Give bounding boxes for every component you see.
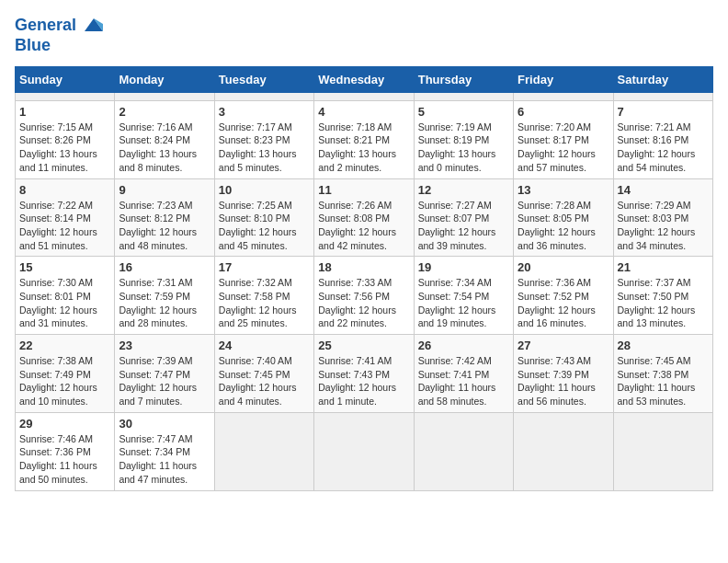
day-info: Sunrise: 7:38 AM Sunset: 7:49 PM Dayligh… xyxy=(19,354,110,408)
day-info: Sunrise: 7:46 AM Sunset: 7:36 PM Dayligh… xyxy=(19,432,110,487)
day-cell: 25Sunrise: 7:41 AM Sunset: 7:43 PM Dayli… xyxy=(314,335,414,413)
day-number: 15 xyxy=(19,260,110,274)
day-cell: 30Sunrise: 7:47 AM Sunset: 7:34 PM Dayli… xyxy=(115,412,214,490)
day-cell: 14Sunrise: 7:29 AM Sunset: 8:03 PM Dayli… xyxy=(613,178,712,257)
logo: General Blue xyxy=(15,15,105,55)
day-number: 23 xyxy=(119,339,210,352)
day-cell: 9Sunrise: 7:23 AM Sunset: 8:12 PM Daylig… xyxy=(115,178,214,257)
day-number: 12 xyxy=(418,183,509,197)
day-cell xyxy=(414,412,513,490)
day-number: 28 xyxy=(618,339,709,352)
day-cell: 11Sunrise: 7:26 AM Sunset: 8:08 PM Dayli… xyxy=(314,178,414,257)
day-info: Sunrise: 7:18 AM Sunset: 8:21 PM Dayligh… xyxy=(318,121,409,175)
day-number: 20 xyxy=(518,260,609,274)
day-cell: 10Sunrise: 7:25 AM Sunset: 8:10 PM Dayli… xyxy=(214,178,313,257)
header-cell-tuesday: Tuesday xyxy=(214,66,313,92)
calendar-table: SundayMondayTuesdayWednesdayThursdayFrid… xyxy=(15,66,713,491)
header-cell-sunday: Sunday xyxy=(16,66,115,92)
day-cell xyxy=(414,92,513,100)
header-cell-saturday: Saturday xyxy=(613,66,712,92)
day-cell: 8Sunrise: 7:22 AM Sunset: 8:14 PM Daylig… xyxy=(16,178,115,257)
day-number: 24 xyxy=(219,339,310,352)
day-cell: 2Sunrise: 7:16 AM Sunset: 8:24 PM Daylig… xyxy=(115,100,214,178)
day-cell: 21Sunrise: 7:37 AM Sunset: 7:50 PM Dayli… xyxy=(613,257,712,335)
day-info: Sunrise: 7:26 AM Sunset: 8:08 PM Dayligh… xyxy=(318,199,409,253)
day-cell: 29Sunrise: 7:46 AM Sunset: 7:36 PM Dayli… xyxy=(16,412,115,490)
day-cell xyxy=(115,92,214,100)
day-cell: 22Sunrise: 7:38 AM Sunset: 7:49 PM Dayli… xyxy=(16,335,115,413)
day-cell: 24Sunrise: 7:40 AM Sunset: 7:45 PM Dayli… xyxy=(214,335,313,413)
header-cell-friday: Friday xyxy=(514,66,613,92)
day-number: 9 xyxy=(119,183,210,197)
week-row-2: 8Sunrise: 7:22 AM Sunset: 8:14 PM Daylig… xyxy=(16,178,713,257)
day-info: Sunrise: 7:17 AM Sunset: 8:23 PM Dayligh… xyxy=(219,121,310,175)
day-number: 18 xyxy=(318,260,409,274)
logo-text2: Blue xyxy=(15,37,105,55)
day-number: 10 xyxy=(219,183,310,197)
day-number: 29 xyxy=(19,417,110,431)
day-cell xyxy=(314,412,414,490)
day-cell: 12Sunrise: 7:27 AM Sunset: 8:07 PM Dayli… xyxy=(414,178,513,257)
day-number: 2 xyxy=(119,105,210,119)
day-number: 25 xyxy=(318,339,409,352)
day-number: 13 xyxy=(518,183,609,197)
day-info: Sunrise: 7:20 AM Sunset: 8:17 PM Dayligh… xyxy=(518,121,609,175)
day-cell: 5Sunrise: 7:19 AM Sunset: 8:19 PM Daylig… xyxy=(414,100,513,178)
day-info: Sunrise: 7:37 AM Sunset: 7:50 PM Dayligh… xyxy=(618,276,709,330)
logo-icon xyxy=(83,15,105,37)
day-number: 1 xyxy=(19,105,110,119)
day-number: 19 xyxy=(418,260,509,274)
day-cell xyxy=(514,412,613,490)
day-info: Sunrise: 7:16 AM Sunset: 8:24 PM Dayligh… xyxy=(119,121,210,175)
day-cell xyxy=(613,92,712,100)
page-header: General Blue xyxy=(15,15,713,55)
day-cell: 26Sunrise: 7:42 AM Sunset: 7:41 PM Dayli… xyxy=(414,335,513,413)
day-number: 4 xyxy=(318,105,409,119)
day-number: 21 xyxy=(618,260,709,274)
day-number: 8 xyxy=(19,183,110,197)
week-row-1: 1Sunrise: 7:15 AM Sunset: 8:26 PM Daylig… xyxy=(16,100,713,178)
day-info: Sunrise: 7:32 AM Sunset: 7:58 PM Dayligh… xyxy=(219,276,310,330)
day-info: Sunrise: 7:29 AM Sunset: 8:03 PM Dayligh… xyxy=(618,199,709,253)
day-info: Sunrise: 7:22 AM Sunset: 8:14 PM Dayligh… xyxy=(19,199,110,253)
week-row-3: 15Sunrise: 7:30 AM Sunset: 8:01 PM Dayli… xyxy=(16,257,713,335)
day-info: Sunrise: 7:27 AM Sunset: 8:07 PM Dayligh… xyxy=(418,199,509,253)
day-cell: 7Sunrise: 7:21 AM Sunset: 8:16 PM Daylig… xyxy=(613,100,712,178)
day-info: Sunrise: 7:41 AM Sunset: 7:43 PM Dayligh… xyxy=(318,354,409,408)
day-info: Sunrise: 7:30 AM Sunset: 8:01 PM Dayligh… xyxy=(19,276,110,330)
day-info: Sunrise: 7:23 AM Sunset: 8:12 PM Dayligh… xyxy=(119,199,210,253)
day-info: Sunrise: 7:31 AM Sunset: 7:59 PM Dayligh… xyxy=(119,276,210,330)
day-number: 6 xyxy=(518,105,609,119)
logo-text: General xyxy=(15,15,105,37)
day-info: Sunrise: 7:28 AM Sunset: 8:05 PM Dayligh… xyxy=(518,199,609,253)
header-cell-wednesday: Wednesday xyxy=(314,66,414,92)
day-info: Sunrise: 7:40 AM Sunset: 7:45 PM Dayligh… xyxy=(219,354,310,408)
day-number: 17 xyxy=(219,260,310,274)
day-number: 26 xyxy=(418,339,509,352)
day-cell: 20Sunrise: 7:36 AM Sunset: 7:52 PM Dayli… xyxy=(514,257,613,335)
day-info: Sunrise: 7:39 AM Sunset: 7:47 PM Dayligh… xyxy=(119,354,210,408)
day-info: Sunrise: 7:25 AM Sunset: 8:10 PM Dayligh… xyxy=(219,199,310,253)
day-cell: 1Sunrise: 7:15 AM Sunset: 8:26 PM Daylig… xyxy=(16,100,115,178)
day-info: Sunrise: 7:36 AM Sunset: 7:52 PM Dayligh… xyxy=(518,276,609,330)
day-cell: 6Sunrise: 7:20 AM Sunset: 8:17 PM Daylig… xyxy=(514,100,613,178)
week-row-4: 22Sunrise: 7:38 AM Sunset: 7:49 PM Dayli… xyxy=(16,335,713,413)
header-cell-monday: Monday xyxy=(115,66,214,92)
day-number: 11 xyxy=(318,183,409,197)
day-cell: 23Sunrise: 7:39 AM Sunset: 7:47 PM Dayli… xyxy=(115,335,214,413)
day-cell: 27Sunrise: 7:43 AM Sunset: 7:39 PM Dayli… xyxy=(514,335,613,413)
day-info: Sunrise: 7:19 AM Sunset: 8:19 PM Dayligh… xyxy=(418,121,509,175)
day-info: Sunrise: 7:33 AM Sunset: 7:56 PM Dayligh… xyxy=(318,276,409,330)
week-row-5: 29Sunrise: 7:46 AM Sunset: 7:36 PM Dayli… xyxy=(16,412,713,490)
week-row-0 xyxy=(16,92,713,100)
day-info: Sunrise: 7:34 AM Sunset: 7:54 PM Dayligh… xyxy=(418,276,509,330)
day-cell xyxy=(16,92,115,100)
day-number: 3 xyxy=(219,105,310,119)
day-info: Sunrise: 7:21 AM Sunset: 8:16 PM Dayligh… xyxy=(618,121,709,175)
day-number: 27 xyxy=(518,339,609,352)
day-info: Sunrise: 7:15 AM Sunset: 8:26 PM Dayligh… xyxy=(19,121,110,175)
day-cell xyxy=(514,92,613,100)
day-cell: 28Sunrise: 7:45 AM Sunset: 7:38 PM Dayli… xyxy=(613,335,712,413)
day-cell: 17Sunrise: 7:32 AM Sunset: 7:58 PM Dayli… xyxy=(214,257,313,335)
day-cell: 4Sunrise: 7:18 AM Sunset: 8:21 PM Daylig… xyxy=(314,100,414,178)
